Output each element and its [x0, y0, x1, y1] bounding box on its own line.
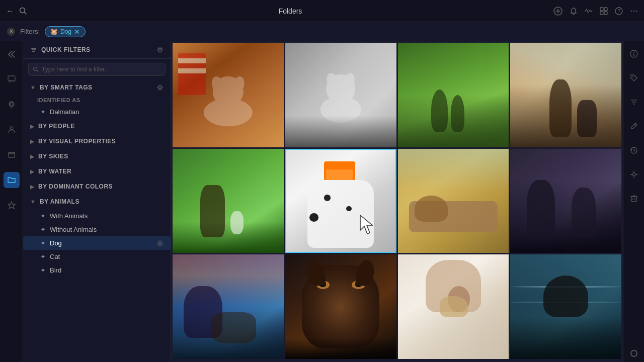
- filter-chip-close[interactable]: ✕: [74, 28, 80, 36]
- nav-star-icon[interactable]: [4, 197, 20, 213]
- section-people-left: ▶ BY PEOPLE: [30, 123, 75, 130]
- svg-rect-53: [631, 197, 636, 202]
- filter-item-without-animals[interactable]: ✦ Without Animals: [23, 223, 171, 236]
- visual-props-label: BY VISUAL PROPERTIES: [38, 138, 116, 145]
- without-animals-sparkle-icon: ✦: [40, 226, 46, 233]
- photo-11[interactable]: [398, 254, 509, 359]
- svg-marker-22: [8, 202, 15, 209]
- filter-item-dog[interactable]: ✦ Dog: [23, 236, 171, 250]
- section-smart-tags-left: ▼ BY SMART TAGS: [30, 84, 93, 91]
- nav-collapse-icon[interactable]: [4, 46, 20, 62]
- photo-4[interactable]: [510, 43, 621, 147]
- filter-item-with-animals-left: ✦ With Animals: [40, 212, 88, 220]
- cat-sparkle-icon: ✦: [40, 253, 46, 260]
- back-icon[interactable]: ←: [6, 7, 14, 16]
- nav-album-icon[interactable]: [4, 147, 20, 163]
- right-edit-icon[interactable]: [626, 119, 641, 134]
- section-water-left: ▶ BY WATER: [30, 168, 71, 175]
- quick-filters-gear-icon[interactable]: [156, 46, 164, 53]
- people-label: BY PEOPLE: [38, 123, 75, 130]
- section-people[interactable]: ▶ BY PEOPLE: [23, 119, 171, 134]
- topbar-right: ? ⋯: [553, 6, 638, 16]
- svg-line-11: [9, 51, 12, 54]
- section-dominant-colors[interactable]: ▶ BY DOMINANT COLORS: [23, 179, 171, 194]
- clear-filters-button[interactable]: ✕: [7, 28, 15, 36]
- svg-rect-15: [8, 76, 15, 81]
- svg-rect-6: [604, 8, 607, 11]
- svg-text:?: ?: [618, 9, 621, 14]
- dalmatian-sparkle-icon: ✦: [40, 108, 46, 116]
- filter-chip-icon: 🐹: [50, 28, 58, 35]
- section-visual-props-left: ▶ BY VISUAL PROPERTIES: [30, 138, 116, 145]
- bell-icon[interactable]: [570, 7, 578, 15]
- sidebar: QUICK FILTERS ▼ BY SMART TAGS: [23, 41, 171, 362]
- quick-filters-label-group: QUICK FILTERS: [30, 46, 91, 53]
- filter-search-box[interactable]: [28, 63, 166, 76]
- water-chevron-icon: ▶: [30, 168, 34, 175]
- activity-icon[interactable]: [585, 7, 593, 15]
- right-circle-indicator: [630, 350, 637, 357]
- search-icon[interactable]: [19, 7, 27, 15]
- smart-tags-gear-icon[interactable]: [156, 84, 164, 91]
- right-info-icon[interactable]: [626, 46, 641, 61]
- right-enhance-icon[interactable]: [626, 167, 641, 182]
- svg-point-42: [632, 76, 633, 77]
- photo-9[interactable]: [173, 254, 284, 359]
- section-animals[interactable]: ▼ BY ANIMALS: [23, 194, 171, 209]
- bird-sparkle-icon: ✦: [40, 266, 46, 274]
- content-area: [171, 41, 623, 362]
- topbar-left: ←: [6, 7, 27, 16]
- section-skies[interactable]: ▶ BY SKIES: [23, 149, 171, 164]
- filter-item-dalmatian[interactable]: ✦ Dalmatian: [23, 105, 171, 119]
- photo-5[interactable]: [173, 149, 284, 253]
- without-animals-label: Without Animals: [50, 226, 97, 233]
- section-visual-props[interactable]: ▶ BY VISUAL PROPERTIES: [23, 134, 171, 149]
- section-smart-tags[interactable]: ▼ BY SMART TAGS: [23, 80, 171, 95]
- filter-item-bird[interactable]: ✦ Bird: [23, 263, 171, 277]
- svg-point-17: [10, 127, 13, 130]
- right-filter-icon[interactable]: [626, 95, 641, 110]
- quick-filters-header: QUICK FILTERS: [23, 41, 171, 59]
- photo-7[interactable]: [398, 149, 509, 253]
- photo-2[interactable]: [285, 43, 396, 147]
- skies-chevron-icon: ▶: [30, 153, 34, 160]
- filters-label: Filters:: [20, 28, 40, 35]
- dog-label: Dog: [50, 239, 62, 247]
- filter-search-input[interactable]: [42, 66, 161, 73]
- svg-rect-8: [604, 12, 607, 15]
- photo-8[interactable]: [510, 149, 621, 253]
- filter-item-with-animals[interactable]: ✦ With Animals: [23, 209, 171, 223]
- dog-filter-chip[interactable]: 🐹 Dog ✕: [45, 26, 86, 37]
- layout-icon[interactable]: [600, 7, 608, 15]
- section-skies-left: ▶ BY SKIES: [30, 153, 68, 160]
- identified-as-label: IDENTIFIED AS: [23, 95, 171, 105]
- photo-1[interactable]: [173, 43, 284, 147]
- svg-point-52: [632, 173, 635, 176]
- section-water[interactable]: ▶ BY WATER: [23, 164, 171, 179]
- svg-point-27: [34, 67, 37, 71]
- svg-line-1: [25, 12, 27, 14]
- visual-props-chevron-icon: ▶: [30, 138, 34, 145]
- photo-10[interactable]: [285, 254, 396, 359]
- svg-point-29: [159, 86, 162, 89]
- filter-item-cat[interactable]: ✦ Cat: [23, 250, 171, 263]
- photo-12[interactable]: [510, 254, 621, 359]
- dalmatian-label: Dalmatian: [50, 108, 79, 116]
- icon-nav: [0, 41, 23, 362]
- nav-person-icon[interactable]: [4, 122, 20, 138]
- animals-chevron-icon: ▼: [30, 199, 36, 205]
- right-delete-icon[interactable]: [626, 191, 641, 206]
- help-icon[interactable]: ?: [615, 7, 623, 15]
- photo-3[interactable]: [398, 43, 509, 147]
- right-tag-icon[interactable]: [626, 70, 641, 85]
- photo-6[interactable]: [285, 149, 396, 253]
- nav-folder-icon[interactable]: [4, 172, 20, 188]
- right-history-icon[interactable]: [626, 143, 641, 158]
- with-animals-sparkle-icon: ✦: [40, 212, 46, 220]
- more-icon[interactable]: ⋯: [630, 6, 638, 16]
- nav-map-icon[interactable]: [4, 97, 20, 113]
- dog-gear-icon[interactable]: [156, 240, 164, 247]
- add-icon[interactable]: [553, 7, 562, 16]
- nav-chat-icon[interactable]: [4, 71, 20, 87]
- right-panel: [623, 41, 644, 362]
